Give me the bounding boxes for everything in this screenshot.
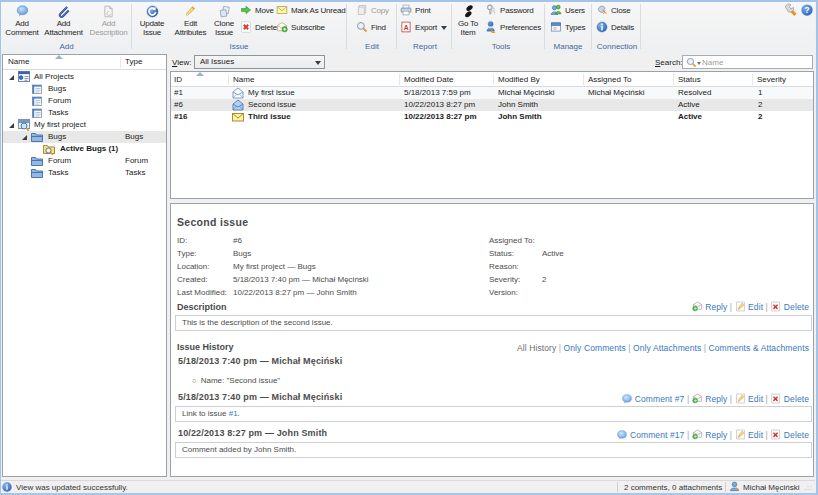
svg-text:?: ? [804, 6, 809, 15]
svg-text:A: A [404, 24, 409, 31]
